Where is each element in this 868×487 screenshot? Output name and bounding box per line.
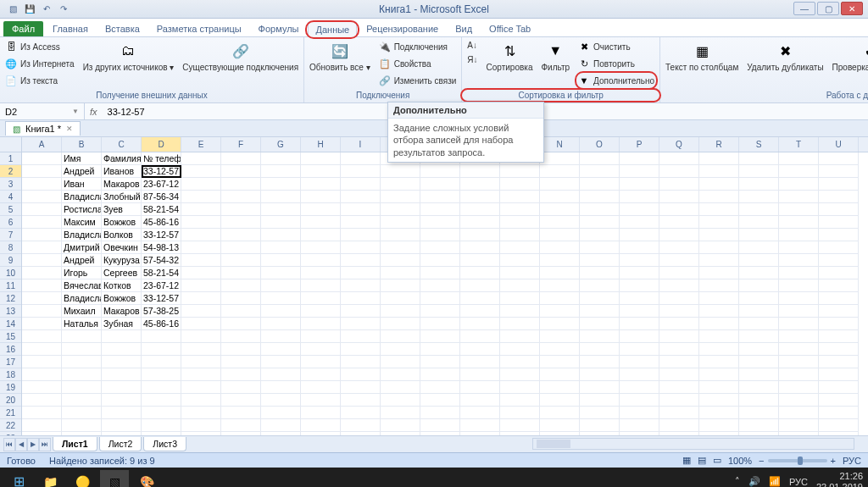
cell-T11[interactable]	[779, 279, 819, 292]
tab-home[interactable]: Главная	[45, 20, 96, 36]
cell-T1[interactable]	[779, 152, 819, 165]
cell-S22[interactable]	[739, 419, 779, 432]
cell-A1[interactable]	[22, 152, 62, 165]
cell-Q21[interactable]	[659, 407, 699, 419]
cell-T5[interactable]	[779, 203, 819, 216]
cell-P9[interactable]	[620, 254, 659, 267]
cell-T6[interactable]	[779, 216, 819, 229]
cell-I8[interactable]	[341, 241, 381, 254]
cell-M16[interactable]	[500, 343, 540, 356]
col-header-C[interactable]: C	[102, 137, 142, 152]
cell-H8[interactable]	[301, 241, 341, 254]
cell-U20[interactable]	[819, 394, 859, 407]
cell-T16[interactable]	[779, 343, 819, 356]
cell-P11[interactable]	[620, 279, 659, 292]
cell-M4[interactable]	[500, 191, 540, 203]
cell-M22[interactable]	[500, 419, 540, 432]
cell-O17[interactable]	[580, 356, 620, 368]
cell-M5[interactable]	[500, 203, 540, 216]
cell-A5[interactable]	[22, 203, 62, 216]
cell-D12[interactable]: 33-12-57	[142, 292, 181, 305]
cell-L4[interactable]	[460, 191, 500, 203]
cell-P1[interactable]	[620, 152, 659, 165]
cell-A19[interactable]	[22, 381, 62, 394]
cell-C6[interactable]: Вожжов	[102, 216, 142, 229]
reapply-button[interactable]: ↻Повторить	[576, 56, 656, 71]
row-header-22[interactable]: 22	[0, 419, 21, 432]
cell-I20[interactable]	[341, 394, 381, 407]
cell-T19[interactable]	[779, 381, 819, 394]
cell-E8[interactable]	[181, 241, 221, 254]
cell-P12[interactable]	[620, 292, 659, 305]
cell-P2[interactable]	[620, 165, 659, 178]
cell-S4[interactable]	[739, 191, 779, 203]
cell-O22[interactable]	[580, 419, 620, 432]
tab-office[interactable]: Office Tab	[481, 20, 538, 36]
cell-I11[interactable]	[341, 279, 381, 292]
view-normal-icon[interactable]: ▦	[682, 455, 691, 466]
cell-J7[interactable]	[381, 229, 420, 241]
cell-D6[interactable]: 45-86-16	[142, 216, 181, 229]
cell-P15[interactable]	[620, 330, 659, 343]
data-validation-button[interactable]: ✔Проверка данных ▾	[831, 39, 868, 74]
cell-J21[interactable]	[381, 407, 420, 419]
cell-O8[interactable]	[580, 241, 620, 254]
cell-U7[interactable]	[819, 229, 859, 241]
cell-K5[interactable]	[420, 203, 460, 216]
from-web-button[interactable]: 🌐Из Интернета	[3, 56, 76, 71]
cell-C8[interactable]: Овечкин	[102, 241, 142, 254]
cell-J20[interactable]	[381, 394, 420, 407]
cell-A13[interactable]	[22, 305, 62, 318]
cell-K7[interactable]	[420, 229, 460, 241]
taskbar-browser[interactable]: 🟡	[68, 470, 97, 488]
cell-F12[interactable]	[221, 292, 261, 305]
cell-K21[interactable]	[420, 407, 460, 419]
cell-M15[interactable]	[500, 330, 540, 343]
cell-G6[interactable]	[261, 216, 301, 229]
cell-O7[interactable]	[580, 229, 620, 241]
cell-I6[interactable]	[341, 216, 381, 229]
cell-D19[interactable]	[142, 381, 181, 394]
cell-O4[interactable]	[580, 191, 620, 203]
cell-T3[interactable]	[779, 178, 819, 191]
cell-F10[interactable]	[221, 267, 261, 279]
row-header-18[interactable]: 18	[0, 368, 21, 381]
cell-C20[interactable]	[102, 394, 142, 407]
cell-J15[interactable]	[381, 330, 420, 343]
cell-L6[interactable]	[460, 216, 500, 229]
cell-U5[interactable]	[819, 203, 859, 216]
cell-T13[interactable]	[779, 305, 819, 318]
cell-C22[interactable]	[102, 419, 142, 432]
cell-T2[interactable]	[779, 165, 819, 178]
cell-U2[interactable]	[819, 165, 859, 178]
cell-G16[interactable]	[261, 343, 301, 356]
cell-J9[interactable]	[381, 254, 420, 267]
cell-G20[interactable]	[261, 394, 301, 407]
cell-F5[interactable]	[221, 203, 261, 216]
cell-A12[interactable]	[22, 292, 62, 305]
cell-B8[interactable]: Дмитрий	[62, 241, 102, 254]
cell-Q19[interactable]	[659, 381, 699, 394]
cell-C7[interactable]: Волков	[102, 229, 142, 241]
cell-U16[interactable]	[819, 343, 859, 356]
cell-U15[interactable]	[819, 330, 859, 343]
fx-icon[interactable]: fx	[85, 107, 103, 117]
cell-J13[interactable]	[381, 305, 420, 318]
tab-insert[interactable]: Вставка	[97, 20, 147, 36]
cell-L8[interactable]	[460, 241, 500, 254]
cell-K8[interactable]	[420, 241, 460, 254]
cell-K18[interactable]	[420, 368, 460, 381]
row-header-4[interactable]: 4	[0, 191, 21, 203]
cell-H15[interactable]	[301, 330, 341, 343]
col-header-E[interactable]: E	[181, 137, 221, 152]
cell-O20[interactable]	[580, 394, 620, 407]
cell-D7[interactable]: 33-12-57	[142, 229, 181, 241]
col-header-B[interactable]: B	[62, 137, 102, 152]
cell-M21[interactable]	[500, 407, 540, 419]
cell-A20[interactable]	[22, 394, 62, 407]
cell-J8[interactable]	[381, 241, 420, 254]
cell-D11[interactable]: 23-67-12	[142, 279, 181, 292]
col-header-F[interactable]: F	[221, 137, 261, 152]
cell-H19[interactable]	[301, 381, 341, 394]
cell-T17[interactable]	[779, 356, 819, 368]
